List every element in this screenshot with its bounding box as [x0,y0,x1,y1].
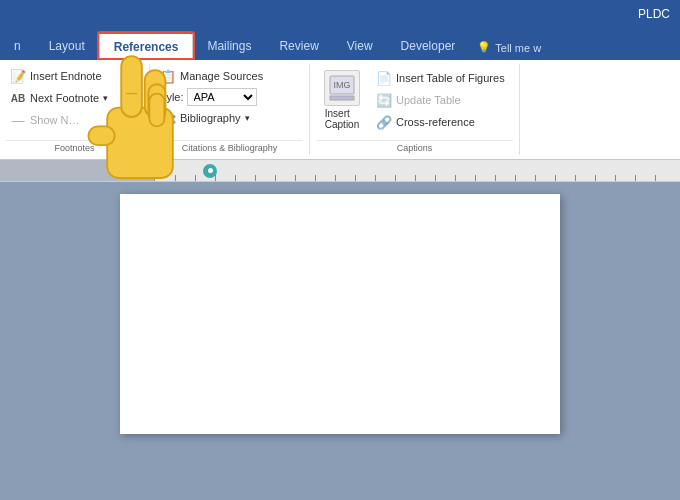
ribbon-group-captions: IMG InsertCaption 📄 Insert Table of Figu… [310,64,520,155]
ruler-tick [175,175,176,181]
ruler-tick [355,175,356,181]
captions-inner: IMG InsertCaption 📄 Insert Table of Figu… [316,66,513,138]
insert-table-of-figures-button[interactable]: 📄 Insert Table of Figures [372,68,509,88]
ruler-tick [655,175,656,181]
ruler-tick [515,175,516,181]
citations-content: 📋 Manage Sources Style: APA MLA Chicago … [156,66,303,138]
ruler-tick [535,175,536,181]
ruler-tick [495,175,496,181]
document-area [0,182,680,500]
manage-sources-icon: 📋 [160,68,176,84]
cross-reference-icon: 🔗 [376,114,392,130]
title-text: PLDC [638,7,670,21]
ruler-tick [375,175,376,181]
ruler-tick [295,175,296,181]
manage-sources-button[interactable]: 📋 Manage Sources [156,66,267,86]
ruler [0,160,680,182]
tab-references[interactable]: References [99,32,194,60]
bibliography-arrow-icon: ▾ [245,113,250,123]
svg-text:IMG: IMG [334,80,351,90]
style-row: Style: APA MLA Chicago [156,88,257,106]
dropdown-arrow-icon: ▾ [103,93,108,103]
title-bar: PLDC [0,0,680,28]
tab-n[interactable]: n [0,32,35,60]
document-page [120,194,560,434]
ruler-tick [235,175,236,181]
endnote-icon: 📝 [10,68,26,84]
footnotes-content: 📝 Insert Endnote AB Next Footnote ▾ — Sh… [6,66,143,138]
tab-review[interactable]: Review [265,32,332,60]
ruler-tick [275,175,276,181]
bibliography-icon: 📚 [160,110,176,126]
ruler-tick [635,175,636,181]
ruler-tick [255,175,256,181]
ruler-tick [395,175,396,181]
ruler-center [155,160,680,181]
captions-label: Captions [316,140,513,153]
ruler-tick [575,175,576,181]
ruler-tick [615,175,616,181]
style-select[interactable]: APA MLA Chicago [187,88,257,106]
update-table-icon: 🔄 [376,92,392,108]
ruler-left-margin [0,160,155,181]
ruler-tick [415,175,416,181]
ruler-tick [215,175,216,181]
ruler-tick [315,175,316,181]
tell-me[interactable]: 💡 Tell me w [469,35,549,60]
insert-caption-icon: IMG [324,70,360,106]
update-table-button[interactable]: 🔄 Update Table [372,90,509,110]
tab-view[interactable]: View [333,32,387,60]
svg-rect-1 [330,96,354,100]
insert-endnote-button[interactable]: 📝 Insert Endnote [6,66,106,86]
tab-mailings[interactable]: Mailings [193,32,265,60]
next-footnote-icon: AB [10,90,26,106]
ruler-tick [335,175,336,181]
ruler-tick [195,175,196,181]
show-notes-button[interactable]: — Show N… [6,110,84,130]
ruler-tick [595,175,596,181]
bibliography-button[interactable]: 📚 Bibliography ▾ [156,108,254,128]
ribbon-tabs: n Layout References Mailings Review View… [0,28,680,60]
ruler-tick [555,175,556,181]
ruler-tick [475,175,476,181]
ribbon-group-footnotes: 📝 Insert Endnote AB Next Footnote ▾ — Sh… [0,64,150,155]
citations-label: Citations & Bibliography [156,140,303,153]
tab-layout[interactable]: Layout [35,32,99,60]
lightbulb-icon: 💡 [477,41,491,54]
tab-developer[interactable]: Developer [387,32,470,60]
footnotes-label: Footnotes [6,140,143,153]
ribbon-group-citations: 📋 Manage Sources Style: APA MLA Chicago … [150,64,310,155]
ruler-tick [435,175,436,181]
ruler-tick [455,175,456,181]
cross-reference-button[interactable]: 🔗 Cross-reference [372,112,509,132]
show-notes-icon: — [10,112,26,128]
captions-right: 📄 Insert Table of Figures 🔄 Update Table… [372,66,509,132]
insert-caption-button[interactable]: IMG InsertCaption [316,66,368,134]
table-of-figures-icon: 📄 [376,70,392,86]
ribbon: 📝 Insert Endnote AB Next Footnote ▾ — Sh… [0,60,680,160]
next-footnote-button[interactable]: AB Next Footnote ▾ [6,88,112,108]
